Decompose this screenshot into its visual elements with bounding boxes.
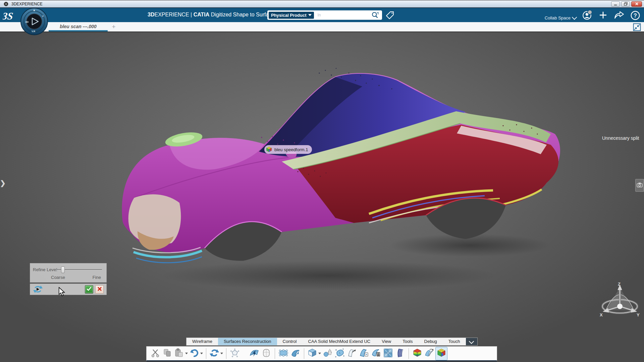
extend-surface-button[interactable] bbox=[346, 347, 358, 360]
deviation-analysis-button[interactable] bbox=[411, 347, 423, 360]
bottom-toolbar bbox=[146, 346, 497, 361]
tags-button[interactable] bbox=[385, 10, 395, 20]
3d-compass[interactable]: 3D V.R bbox=[20, 7, 48, 36]
slider-min-label: Coarse bbox=[51, 275, 65, 280]
restore-button[interactable] bbox=[621, 1, 630, 7]
ribbon-tab-wireframe[interactable]: Wireframe bbox=[186, 338, 218, 345]
ribbon-tab-caa-solid-mechmod-extend-uc[interactable]: CAA Solid MechMod Extend UC bbox=[303, 338, 376, 345]
cut-icon bbox=[150, 348, 160, 359]
search-scope-label: Physical Product bbox=[271, 13, 306, 18]
collab-space-selector[interactable]: Collab Space bbox=[545, 11, 576, 20]
caret-down-icon[interactable] bbox=[200, 353, 203, 354]
zebra-analysis-button[interactable] bbox=[394, 347, 406, 360]
search-input[interactable] bbox=[317, 12, 371, 18]
undo-button[interactable] bbox=[189, 347, 204, 360]
refine-level-label: Refine Level bbox=[33, 267, 57, 272]
new-tab-button[interactable]: + bbox=[109, 22, 118, 31]
ribbon-tab-tools[interactable]: Tools bbox=[397, 338, 418, 345]
surface-match-icon bbox=[383, 348, 393, 359]
close-icon bbox=[635, 2, 639, 6]
collapse-arrows-icon bbox=[633, 23, 641, 32]
document-tab-label: bleu scan ---.000 bbox=[60, 24, 97, 29]
3ds-logo[interactable]: 3S bbox=[3, 9, 20, 22]
share-button[interactable] bbox=[614, 10, 625, 21]
window-titlebar: 3DEXPERIENCE bbox=[0, 0, 644, 7]
power-fit-button[interactable] bbox=[260, 347, 272, 360]
toolbar-separator bbox=[409, 348, 409, 359]
ribbon-tab-control[interactable]: Control bbox=[277, 338, 303, 345]
ribbon-tab-touch[interactable]: Touch bbox=[443, 338, 466, 345]
document-tab-active[interactable]: bleu scan ---.000 bbox=[49, 22, 108, 32]
active-tab-underline bbox=[49, 30, 108, 32]
surface-record-button[interactable] bbox=[370, 347, 382, 360]
model-label[interactable]: bleu speedform.1 bbox=[264, 145, 312, 154]
zebra-analysis-icon bbox=[395, 348, 405, 359]
cancel-x-icon bbox=[97, 287, 102, 291]
bottom-toolbar-items bbox=[149, 347, 447, 360]
help-button[interactable]: ? bbox=[630, 10, 641, 21]
refine-slider[interactable] bbox=[56, 269, 102, 270]
camera-icon bbox=[636, 181, 644, 189]
add-content-button[interactable] bbox=[598, 10, 608, 21]
copy-icon bbox=[162, 348, 172, 359]
notification-badge bbox=[587, 10, 592, 15]
preview-refresh-icon[interactable] bbox=[33, 285, 43, 294]
ribbon-tab-view[interactable]: View bbox=[376, 338, 397, 345]
surface-clean-button[interactable] bbox=[334, 347, 346, 360]
confirm-dialog bbox=[30, 284, 107, 295]
window-title: 3DEXPERIENCE bbox=[11, 2, 43, 6]
update-icon bbox=[209, 348, 219, 359]
share-arrow-icon bbox=[614, 10, 625, 21]
paste-button[interactable] bbox=[173, 347, 189, 360]
cut-button[interactable] bbox=[149, 347, 161, 360]
minimize-icon bbox=[614, 2, 617, 6]
control-points-button[interactable] bbox=[277, 347, 289, 360]
update-button[interactable] bbox=[209, 347, 224, 360]
ribbon-tabs-holder: WireframeSurfaces ReconstructionControlC… bbox=[186, 338, 466, 345]
invert-orientation-button[interactable] bbox=[423, 347, 435, 360]
model-label-text: bleu speedform.1 bbox=[274, 147, 308, 152]
confirm-ok-button[interactable] bbox=[85, 285, 93, 294]
svg-text:?: ? bbox=[634, 13, 637, 18]
tag-icon bbox=[385, 10, 395, 20]
segmentation-button[interactable] bbox=[435, 347, 447, 360]
copy-button[interactable] bbox=[161, 347, 173, 360]
swept-surface-button[interactable] bbox=[289, 347, 302, 360]
ribbon-tab-debug[interactable]: Debug bbox=[419, 338, 443, 345]
close-button[interactable] bbox=[631, 1, 642, 7]
primitives-button[interactable] bbox=[307, 347, 322, 360]
document-tab-strip: bleu scan ---.000 + bbox=[0, 22, 644, 32]
primitives-icon bbox=[307, 348, 317, 359]
search-icon[interactable] bbox=[371, 10, 380, 20]
caret-down-icon[interactable] bbox=[318, 353, 321, 354]
power-fit-icon bbox=[261, 348, 271, 359]
left-panel-expander[interactable]: ❯ bbox=[0, 179, 6, 187]
caret-down-icon[interactable] bbox=[185, 353, 188, 354]
svg-text:3D: 3D bbox=[25, 20, 29, 23]
ribbon-tab-bar: WireframeSurfaces ReconstructionControlC… bbox=[186, 338, 478, 346]
ambience-select-button[interactable] bbox=[229, 347, 241, 360]
offset-surface-button[interactable] bbox=[358, 347, 370, 360]
search-scope-dropdown[interactable]: Physical Product bbox=[269, 12, 314, 19]
car-model-render[interactable] bbox=[114, 54, 570, 295]
confirm-cancel-button[interactable] bbox=[95, 285, 104, 294]
basic-shapes-button[interactable] bbox=[322, 347, 334, 360]
collapse-window-button[interactable] bbox=[633, 23, 641, 32]
svg-text:V.R: V.R bbox=[32, 30, 35, 33]
capture-button[interactable] bbox=[635, 179, 644, 192]
ribbon-expand-button[interactable] bbox=[466, 338, 477, 345]
refine-slider-handle[interactable] bbox=[61, 266, 65, 273]
caret-down-icon[interactable] bbox=[220, 353, 223, 354]
surface-match-button[interactable] bbox=[382, 347, 394, 360]
automatic-surface-button[interactable] bbox=[248, 347, 260, 360]
control-points-icon bbox=[278, 348, 288, 359]
profile-button[interactable] bbox=[582, 10, 592, 21]
minimize-button[interactable] bbox=[611, 1, 620, 7]
annotation-text: Unnecessary split bbox=[602, 135, 639, 141]
axis-triad[interactable]: Z X Y bbox=[599, 282, 641, 322]
svg-text:3S: 3S bbox=[3, 10, 14, 22]
ribbon-tab-surfaces-reconstruction[interactable]: Surfaces Reconstruction bbox=[218, 338, 277, 345]
paste-icon bbox=[174, 348, 184, 359]
3d-viewport[interactable]: bleu speedform.1 Unnecessary split ❯ Z X… bbox=[0, 32, 644, 362]
check-icon bbox=[87, 287, 92, 291]
